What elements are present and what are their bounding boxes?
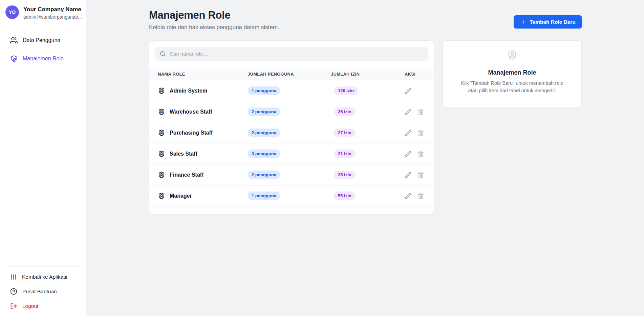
permission-count-badge: 21 izin [334,150,356,158]
sidebar-item-kembali-ke-aplikasi[interactable]: Kembali ke Aplikasi [0,270,86,284]
delete-button[interactable] [417,193,424,199]
table-header: NAMA ROLE JUMLAH PENGGUNA JUMLAH IZIN AK… [149,68,434,80]
profile-email: admin@sumberpanganab... [23,14,82,20]
avatar: YO [5,5,19,19]
row-actions [405,193,434,199]
edit-button[interactable] [405,108,411,115]
add-role-button-label: Tambah Role Baru [530,19,576,25]
delete-button[interactable] [417,151,424,157]
table-row[interactable]: Finance Staff 2 pengguna 35 izin [149,164,434,185]
edit-button[interactable] [405,130,411,136]
role-name-cell: Manager [158,192,248,200]
logout-icon [10,302,17,310]
shield-user-icon [158,171,165,179]
sidebar-item-manajemen-role[interactable]: Manajemen Role [0,51,86,66]
shield-user-icon [158,108,165,116]
row-actions [405,172,434,178]
column-header-nama-role: NAMA ROLE [158,72,248,77]
sidebar-item-label: Kembali ke Aplikasi [22,274,67,280]
delete-button[interactable] [417,130,424,136]
info-panel: Manajemen Role Klik "Tambah Role Baru" u… [443,40,582,108]
user-count-badge: 3 pengguna [248,150,280,158]
user-count-badge: 1 pengguna [248,192,280,200]
sidebar-item-pusat-bantuan[interactable]: Pusat Bantuan [0,284,86,299]
help-icon [10,288,17,295]
role-name: Manager [170,193,192,199]
role-name-cell: Sales Staff [158,150,248,158]
column-header-jumlah-pengguna: JUMLAH PENGGUNA [248,72,331,77]
plus-icon [520,19,526,25]
permission-count-badge: 35 izin [334,171,356,179]
info-panel-title: Manajemen Role [451,69,573,76]
grid-icon [10,274,17,280]
role-name-cell: Admin System [158,87,248,95]
row-actions [405,151,434,157]
main-content: Manajemen Role Kelola role dan hak akses… [86,0,644,316]
delete-button[interactable] [417,108,424,115]
table-footer [149,206,434,214]
sidebar-item-label: Manajemen Role [23,56,64,62]
users-icon [10,37,18,44]
role-name: Warehouse Staff [170,109,212,115]
info-panel-description: Klik "Tambah Role Baru" untuk menambah r… [456,80,568,95]
role-name-cell: Finance Staff [158,171,248,179]
row-actions [405,87,434,94]
shield-user-icon [158,192,165,200]
user-count-badge: 2 pengguna [248,171,280,179]
shield-user-icon [158,129,165,137]
role-name: Finance Staff [170,172,203,178]
role-table-card: NAMA ROLE JUMLAH PENGGUNA JUMLAH IZIN AK… [149,40,434,214]
role-name-cell: Purchasing Staff [158,129,248,137]
row-actions [405,130,434,136]
table-row[interactable]: Warehouse Staff 2 pengguna 26 izin [149,101,434,122]
role-name: Purchasing Staff [170,130,213,136]
delete-button[interactable] [417,172,424,178]
permission-count-badge: 26 izin [334,107,356,116]
table-row[interactable]: Purchasing Staff 2 pengguna 27 izin [149,122,434,143]
sidebar-item-data-pengguna[interactable]: Data Pengguna [0,33,86,48]
add-role-button[interactable]: Tambah Role Baru [514,15,582,28]
table-row[interactable]: Admin System 1 pengguna 120 izin [149,80,434,101]
table-body: Admin System 1 pengguna 120 izin [149,80,434,206]
permission-count-badge: 55 izin [334,192,356,200]
shield-user-icon [507,50,518,61]
sidebar-item-label: Data Pengguna [23,37,60,43]
shield-user-icon [158,150,165,158]
profile-section: YO Your Company Name admin@sumberpangana… [0,0,86,20]
permission-count-badge: 120 izin [334,86,358,95]
permission-count-badge: 27 izin [334,129,356,137]
table-row[interactable]: Manager 1 pengguna 55 izin [149,185,434,206]
shield-user-icon [158,87,165,95]
search-box [155,47,428,61]
edit-button[interactable] [405,172,411,178]
sidebar-footer: Kembali ke Aplikasi Pusat Bantuan Logout [0,266,86,313]
row-actions [405,108,434,115]
edit-button[interactable] [405,87,411,94]
user-count-badge: 2 pengguna [248,129,280,137]
user-count-badge: 2 pengguna [248,107,280,116]
table-row[interactable]: Sales Staff 3 pengguna 21 izin [149,143,434,164]
sidebar-item-label: Pusat Bantuan [22,289,57,295]
sidebar: YO Your Company Name admin@sumberpangana… [0,0,86,316]
sidebar-item-label: Logout [22,303,38,309]
role-name: Sales Staff [170,151,197,157]
sidebar-nav: Data Pengguna Manajemen Role [0,33,86,66]
role-name: Admin System [170,88,207,94]
edit-button[interactable] [405,151,411,157]
column-header-jumlah-izin: JUMLAH IZIN [331,72,405,77]
user-count-badge: 1 pengguna [248,86,280,95]
page-header: Manajemen Role Kelola role dan hak akses… [149,9,582,31]
shield-user-icon [10,55,18,62]
column-header-aksi: AKSI [405,72,434,77]
search-input[interactable] [155,47,428,61]
sidebar-item-logout[interactable]: Logout [0,299,86,313]
edit-button[interactable] [405,193,411,199]
sidebar-divider [5,266,81,266]
company-name: Your Company Name [23,5,82,13]
profile-text: Your Company Name admin@sumberpanganab..… [23,5,82,20]
role-name-cell: Warehouse Staff [158,108,248,116]
